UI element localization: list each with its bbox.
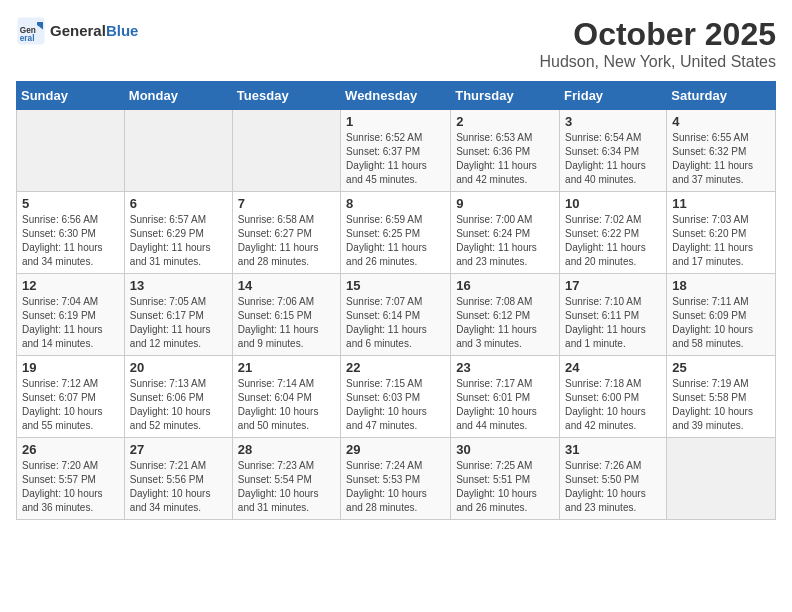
table-row: 18Sunrise: 7:11 AM Sunset: 6:09 PM Dayli… (667, 274, 776, 356)
day-number: 22 (346, 360, 445, 375)
day-info: Sunrise: 7:17 AM Sunset: 6:01 PM Dayligh… (456, 377, 554, 433)
table-row: 17Sunrise: 7:10 AM Sunset: 6:11 PM Dayli… (560, 274, 667, 356)
day-info: Sunrise: 7:00 AM Sunset: 6:24 PM Dayligh… (456, 213, 554, 269)
table-row: 15Sunrise: 7:07 AM Sunset: 6:14 PM Dayli… (341, 274, 451, 356)
table-row: 5Sunrise: 6:56 AM Sunset: 6:30 PM Daylig… (17, 192, 125, 274)
table-row (667, 438, 776, 520)
header-saturday: Saturday (667, 82, 776, 110)
day-info: Sunrise: 7:25 AM Sunset: 5:51 PM Dayligh… (456, 459, 554, 515)
day-number: 7 (238, 196, 335, 211)
calendar-table: Sunday Monday Tuesday Wednesday Thursday… (16, 81, 776, 520)
svg-text:eral: eral (20, 34, 35, 43)
day-info: Sunrise: 7:06 AM Sunset: 6:15 PM Dayligh… (238, 295, 335, 351)
day-number: 6 (130, 196, 227, 211)
logo: Gen eral GeneralBlue (16, 16, 138, 46)
table-row: 31Sunrise: 7:26 AM Sunset: 5:50 PM Dayli… (560, 438, 667, 520)
table-row: 3Sunrise: 6:54 AM Sunset: 6:34 PM Daylig… (560, 110, 667, 192)
day-info: Sunrise: 7:10 AM Sunset: 6:11 PM Dayligh… (565, 295, 661, 351)
day-number: 20 (130, 360, 227, 375)
day-number: 26 (22, 442, 119, 457)
day-info: Sunrise: 7:23 AM Sunset: 5:54 PM Dayligh… (238, 459, 335, 515)
table-row: 1Sunrise: 6:52 AM Sunset: 6:37 PM Daylig… (341, 110, 451, 192)
day-number: 13 (130, 278, 227, 293)
table-row: 27Sunrise: 7:21 AM Sunset: 5:56 PM Dayli… (124, 438, 232, 520)
day-number: 16 (456, 278, 554, 293)
day-number: 4 (672, 114, 770, 129)
table-row: 28Sunrise: 7:23 AM Sunset: 5:54 PM Dayli… (232, 438, 340, 520)
calendar-week-row: 5Sunrise: 6:56 AM Sunset: 6:30 PM Daylig… (17, 192, 776, 274)
table-row: 30Sunrise: 7:25 AM Sunset: 5:51 PM Dayli… (451, 438, 560, 520)
calendar-subtitle: Hudson, New York, United States (539, 53, 776, 71)
day-number: 30 (456, 442, 554, 457)
calendar-header-row: Sunday Monday Tuesday Wednesday Thursday… (17, 82, 776, 110)
day-info: Sunrise: 6:57 AM Sunset: 6:29 PM Dayligh… (130, 213, 227, 269)
day-info: Sunrise: 7:19 AM Sunset: 5:58 PM Dayligh… (672, 377, 770, 433)
table-row: 22Sunrise: 7:15 AM Sunset: 6:03 PM Dayli… (341, 356, 451, 438)
day-number: 19 (22, 360, 119, 375)
day-number: 31 (565, 442, 661, 457)
day-info: Sunrise: 7:03 AM Sunset: 6:20 PM Dayligh… (672, 213, 770, 269)
day-info: Sunrise: 7:26 AM Sunset: 5:50 PM Dayligh… (565, 459, 661, 515)
day-info: Sunrise: 7:07 AM Sunset: 6:14 PM Dayligh… (346, 295, 445, 351)
day-info: Sunrise: 6:56 AM Sunset: 6:30 PM Dayligh… (22, 213, 119, 269)
table-row (232, 110, 340, 192)
day-info: Sunrise: 6:52 AM Sunset: 6:37 PM Dayligh… (346, 131, 445, 187)
header-friday: Friday (560, 82, 667, 110)
table-row: 20Sunrise: 7:13 AM Sunset: 6:06 PM Dayli… (124, 356, 232, 438)
day-number: 28 (238, 442, 335, 457)
day-info: Sunrise: 7:12 AM Sunset: 6:07 PM Dayligh… (22, 377, 119, 433)
day-number: 23 (456, 360, 554, 375)
page-header: Gen eral GeneralBlue October 2025 Hudson… (16, 16, 776, 71)
day-info: Sunrise: 7:15 AM Sunset: 6:03 PM Dayligh… (346, 377, 445, 433)
day-info: Sunrise: 6:59 AM Sunset: 6:25 PM Dayligh… (346, 213, 445, 269)
table-row: 14Sunrise: 7:06 AM Sunset: 6:15 PM Dayli… (232, 274, 340, 356)
table-row: 21Sunrise: 7:14 AM Sunset: 6:04 PM Dayli… (232, 356, 340, 438)
table-row: 11Sunrise: 7:03 AM Sunset: 6:20 PM Dayli… (667, 192, 776, 274)
day-info: Sunrise: 6:55 AM Sunset: 6:32 PM Dayligh… (672, 131, 770, 187)
day-number: 1 (346, 114, 445, 129)
day-info: Sunrise: 6:54 AM Sunset: 6:34 PM Dayligh… (565, 131, 661, 187)
title-section: October 2025 Hudson, New York, United St… (539, 16, 776, 71)
logo-icon: Gen eral (16, 16, 46, 46)
day-info: Sunrise: 7:21 AM Sunset: 5:56 PM Dayligh… (130, 459, 227, 515)
calendar-title: October 2025 (539, 16, 776, 53)
day-number: 9 (456, 196, 554, 211)
table-row: 29Sunrise: 7:24 AM Sunset: 5:53 PM Dayli… (341, 438, 451, 520)
day-info: Sunrise: 7:14 AM Sunset: 6:04 PM Dayligh… (238, 377, 335, 433)
table-row: 8Sunrise: 6:59 AM Sunset: 6:25 PM Daylig… (341, 192, 451, 274)
day-info: Sunrise: 7:08 AM Sunset: 6:12 PM Dayligh… (456, 295, 554, 351)
day-number: 10 (565, 196, 661, 211)
calendar-week-row: 12Sunrise: 7:04 AM Sunset: 6:19 PM Dayli… (17, 274, 776, 356)
logo-general-text: GeneralBlue (50, 22, 138, 40)
table-row: 4Sunrise: 6:55 AM Sunset: 6:32 PM Daylig… (667, 110, 776, 192)
day-info: Sunrise: 7:18 AM Sunset: 6:00 PM Dayligh… (565, 377, 661, 433)
table-row: 24Sunrise: 7:18 AM Sunset: 6:00 PM Dayli… (560, 356, 667, 438)
day-number: 14 (238, 278, 335, 293)
day-number: 29 (346, 442, 445, 457)
calendar-week-row: 19Sunrise: 7:12 AM Sunset: 6:07 PM Dayli… (17, 356, 776, 438)
table-row: 12Sunrise: 7:04 AM Sunset: 6:19 PM Dayli… (17, 274, 125, 356)
day-number: 5 (22, 196, 119, 211)
table-row: 26Sunrise: 7:20 AM Sunset: 5:57 PM Dayli… (17, 438, 125, 520)
day-number: 25 (672, 360, 770, 375)
day-number: 27 (130, 442, 227, 457)
header-sunday: Sunday (17, 82, 125, 110)
day-number: 18 (672, 278, 770, 293)
table-row: 2Sunrise: 6:53 AM Sunset: 6:36 PM Daylig… (451, 110, 560, 192)
day-number: 24 (565, 360, 661, 375)
day-number: 2 (456, 114, 554, 129)
day-number: 8 (346, 196, 445, 211)
day-info: Sunrise: 6:53 AM Sunset: 6:36 PM Dayligh… (456, 131, 554, 187)
day-info: Sunrise: 7:20 AM Sunset: 5:57 PM Dayligh… (22, 459, 119, 515)
day-number: 21 (238, 360, 335, 375)
table-row: 7Sunrise: 6:58 AM Sunset: 6:27 PM Daylig… (232, 192, 340, 274)
header-monday: Monday (124, 82, 232, 110)
day-info: Sunrise: 6:58 AM Sunset: 6:27 PM Dayligh… (238, 213, 335, 269)
day-info: Sunrise: 7:02 AM Sunset: 6:22 PM Dayligh… (565, 213, 661, 269)
calendar-week-row: 26Sunrise: 7:20 AM Sunset: 5:57 PM Dayli… (17, 438, 776, 520)
table-row (17, 110, 125, 192)
day-info: Sunrise: 7:24 AM Sunset: 5:53 PM Dayligh… (346, 459, 445, 515)
table-row: 10Sunrise: 7:02 AM Sunset: 6:22 PM Dayli… (560, 192, 667, 274)
header-wednesday: Wednesday (341, 82, 451, 110)
calendar-week-row: 1Sunrise: 6:52 AM Sunset: 6:37 PM Daylig… (17, 110, 776, 192)
